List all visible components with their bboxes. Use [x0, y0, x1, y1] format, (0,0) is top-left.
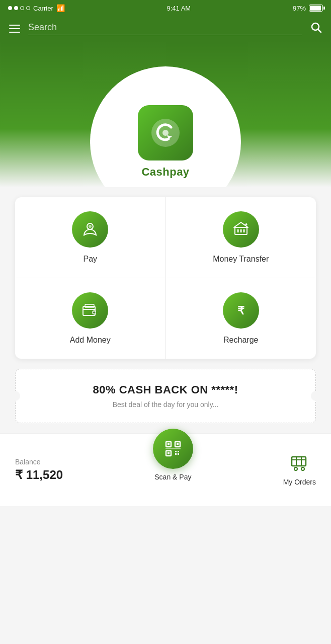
- actions-row-bottom: Add Money ₹ Recharge: [15, 278, 316, 359]
- dot4: [26, 6, 30, 10]
- svg-line-1: [318, 30, 321, 33]
- cashpay-logo-svg: [148, 115, 183, 150]
- status-time: 9:41 AM: [167, 5, 191, 12]
- svg-rect-28: [292, 457, 306, 466]
- balance-section: Balance ₹ 11,520: [15, 458, 63, 482]
- search-input-container[interactable]: [28, 22, 302, 35]
- add-money-label: Add Money: [70, 336, 111, 345]
- scan-qr-icon: [162, 438, 184, 460]
- hamburger-line3: [9, 32, 20, 33]
- my-orders-label: My Orders: [283, 478, 316, 486]
- svg-text:₹: ₹: [237, 304, 245, 317]
- hero-section: Cashpay: [0, 41, 331, 187]
- dot1: [8, 6, 12, 10]
- status-right: 97%: [293, 5, 323, 12]
- app-logo-icon: [138, 105, 193, 160]
- hero-circle: Cashpay: [90, 66, 241, 187]
- pay-icon: [81, 220, 99, 238]
- hamburger-line1: [9, 25, 20, 26]
- search-icon[interactable]: [310, 21, 322, 36]
- pay-action[interactable]: Pay: [15, 197, 166, 278]
- pay-label: Pay: [83, 255, 97, 264]
- svg-point-32: [294, 467, 297, 470]
- recharge-action[interactable]: ₹ Recharge: [166, 278, 316, 359]
- add-money-icon-circle: [72, 292, 108, 329]
- scan-icon-circle: [153, 429, 193, 469]
- svg-rect-25: [175, 453, 177, 455]
- svg-rect-23: [175, 451, 177, 452]
- status-left: Carrier 📶: [8, 4, 65, 12]
- scan-pay-button[interactable]: Scan & Pay: [153, 429, 193, 481]
- actions-row-top: Pay Money Transfer: [15, 197, 316, 278]
- promo-title: 80% CASH BACK ON *****!: [26, 383, 305, 396]
- recharge-icon: ₹: [232, 301, 250, 319]
- promo-subtitle: Best deal of the day for you only...: [26, 400, 305, 409]
- carrier-name: Carrier: [33, 5, 53, 12]
- dot2: [14, 6, 18, 10]
- balance-label: Balance: [15, 458, 63, 466]
- search-bar: [0, 16, 331, 41]
- add-money-action[interactable]: Add Money: [15, 278, 166, 359]
- svg-rect-26: [178, 453, 179, 455]
- svg-point-5: [89, 225, 92, 228]
- balance-amount: ₹ 11,520: [15, 468, 63, 482]
- promo-banner[interactable]: 80% CASH BACK ON *****! Best deal of the…: [15, 369, 316, 423]
- recharge-icon-circle: ₹: [223, 292, 259, 329]
- money-transfer-icon: [232, 220, 250, 238]
- hamburger-line2: [9, 28, 20, 29]
- svg-rect-22: [168, 452, 170, 454]
- battery-percent: 97%: [293, 5, 306, 12]
- recharge-label: Recharge: [223, 336, 258, 345]
- scan-pay-label: Scan & Pay: [154, 473, 191, 481]
- svg-point-3: [162, 130, 169, 136]
- actions-card: Pay Money Transfer: [15, 197, 316, 359]
- svg-rect-20: [168, 443, 170, 445]
- battery-icon: [309, 5, 323, 12]
- my-orders-button[interactable]: My Orders: [283, 454, 316, 486]
- battery-fill: [310, 6, 321, 11]
- app-logo-name: Cashpay: [141, 166, 189, 179]
- signal-dots: [8, 6, 30, 10]
- svg-rect-21: [177, 443, 179, 445]
- svg-rect-24: [178, 451, 179, 452]
- cart-svg: [290, 454, 309, 471]
- money-transfer-label: Money Transfer: [213, 255, 269, 264]
- menu-button[interactable]: [9, 25, 20, 33]
- dot3: [20, 6, 24, 10]
- bottom-bar: Balance ₹ 11,520 Scan & Pa: [0, 433, 331, 506]
- cart-icon: [290, 454, 309, 475]
- status-bar: Carrier 📶 9:41 AM 97%: [0, 0, 331, 16]
- wifi-icon: 📶: [56, 4, 65, 12]
- svg-point-33: [301, 467, 304, 470]
- svg-rect-8: [237, 229, 239, 232]
- svg-rect-9: [243, 229, 245, 232]
- pay-icon-circle: [72, 211, 108, 248]
- add-money-icon: [81, 301, 99, 319]
- search-input[interactable]: [28, 22, 302, 33]
- svg-rect-10: [240, 229, 242, 232]
- money-transfer-icon-circle: [223, 211, 259, 248]
- money-transfer-action[interactable]: Money Transfer: [166, 197, 316, 278]
